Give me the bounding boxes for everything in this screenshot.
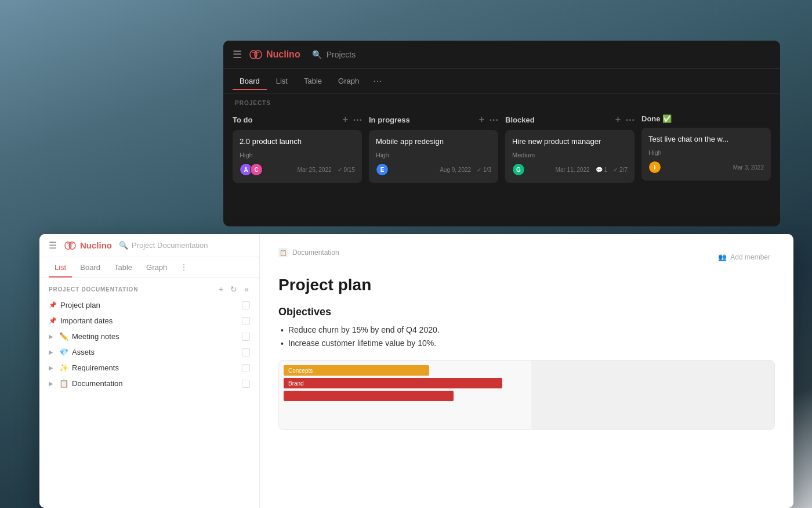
- sidebar-logo: Nuclino: [64, 240, 112, 251]
- top-brain-icon: [249, 49, 263, 60]
- column-done: Done ✅ Test live chat on the w... High I…: [641, 110, 771, 226]
- column-todo-add-icon[interactable]: +: [343, 114, 348, 125]
- top-tabs-more-icon[interactable]: ⋯: [368, 75, 387, 87]
- breadcrumb: 📋 Documentation: [278, 248, 339, 257]
- add-member-button[interactable]: 👥 Add member: [713, 251, 775, 264]
- sidebar-item-important-dates-checkbox[interactable]: [242, 317, 250, 325]
- sidebar-collapse-btn[interactable]: «: [243, 283, 250, 295]
- top-tabs-bar: Board List Table Graph ⋯: [223, 69, 780, 94]
- card-test-live-chat-title: Test live chat on the w...: [648, 135, 764, 143]
- projects-panel: ☰ Nuclino 🔍 Projects Board List Table Gr…: [223, 41, 780, 226]
- card-hire-manager-avatars: G: [512, 163, 523, 176]
- pin-icon-1: 📌: [49, 301, 57, 309]
- tab-list[interactable]: List: [269, 73, 295, 90]
- sidebar-tabs: List Board Table Graph ⋮: [39, 257, 259, 278]
- card-test-live-chat[interactable]: Test live chat on the w... High I Mar 3,…: [641, 128, 771, 181]
- column-done-label: Done ✅: [641, 114, 672, 123]
- chart-bars-section: Concepts Brand: [279, 361, 531, 429]
- sidebar-item-documentation-checkbox[interactable]: [242, 380, 250, 388]
- top-search-bar[interactable]: 🔍 Projects: [312, 50, 356, 59]
- column-inprogress-add-icon[interactable]: +: [479, 114, 484, 125]
- sidebar-item-important-dates-label: Important dates: [60, 316, 113, 325]
- card-product-launch[interactable]: 2.0 product launch High A C Mar 25, 2022…: [233, 130, 362, 183]
- column-blocked-add-icon[interactable]: +: [615, 114, 621, 125]
- meeting-notes-emoji: ✏️: [59, 332, 68, 341]
- column-todo-more-icon[interactable]: ⋯: [353, 114, 362, 125]
- column-inprogress-header: In progress + ⋯: [369, 110, 498, 130]
- card-mobile-app-footer: E Aug 9, 2022 ✓ 1/3: [376, 163, 491, 176]
- expand-icon-3[interactable]: ▶: [49, 365, 53, 371]
- sidebar-hamburger-icon[interactable]: ☰: [49, 240, 57, 251]
- card-mobile-app-priority: High: [376, 152, 491, 158]
- sidebar-item-requirements-label: Requirements: [72, 363, 119, 372]
- sidebar-item-meeting-notes-checkbox[interactable]: [242, 333, 250, 341]
- card-product-launch-priority: High: [240, 152, 355, 158]
- sidebar-search[interactable]: 🔍 Project Documentation: [119, 241, 208, 250]
- sidebar-item-important-dates[interactable]: 📌 Important dates: [39, 313, 259, 329]
- top-nuclino-text: Nuclino: [266, 49, 300, 60]
- sidebar-item-project-plan-label: Project plan: [60, 301, 100, 309]
- column-blocked-label: Blocked: [505, 116, 535, 124]
- sidebar-item-requirements-left: ▶ ✨ Requirements: [49, 363, 119, 372]
- card-mobile-app-title: Mobile app redesign: [376, 137, 491, 146]
- column-inprogress-more-icon[interactable]: ⋯: [489, 114, 498, 125]
- column-blocked-more-icon[interactable]: ⋯: [625, 114, 635, 125]
- sidebar-header: ☰ Nuclino 🔍 Project Documentation: [39, 234, 259, 257]
- card-hire-manager[interactable]: Hire new product manager Medium G Mar 11…: [505, 130, 635, 183]
- card-hire-manager-count: ✓ 2/7: [613, 167, 628, 173]
- sidebar-item-project-plan[interactable]: 📌 Project plan: [39, 297, 259, 313]
- column-blocked-actions: + ⋯: [615, 114, 635, 125]
- card-mobile-app[interactable]: Mobile app redesign High E Aug 9, 2022 ✓…: [369, 130, 498, 183]
- card-test-live-chat-priority: High: [648, 149, 764, 156]
- sidebar-tab-table[interactable]: Table: [108, 257, 138, 278]
- expand-icon-1[interactable]: ▶: [49, 333, 53, 340]
- top-search-text: Projects: [327, 50, 356, 59]
- expand-icon-2[interactable]: ▶: [49, 349, 53, 355]
- sidebar-add-btn[interactable]: +: [217, 283, 224, 295]
- column-todo-title: To do: [233, 116, 252, 124]
- sidebar-item-requirements[interactable]: ▶ ✨ Requirements: [39, 360, 259, 376]
- sidebar-item-meeting-notes[interactable]: ▶ ✏️ Meeting notes: [39, 329, 259, 344]
- pin-icon-2: 📌: [49, 317, 57, 325]
- sidebar-tab-list[interactable]: List: [49, 257, 72, 278]
- sidebar-tabs-more-icon[interactable]: ⋮: [175, 262, 193, 272]
- breadcrumb-text: Documentation: [292, 248, 339, 257]
- card-hire-manager-title: Hire new product manager: [512, 137, 628, 146]
- tab-table[interactable]: Table: [297, 73, 329, 90]
- checkmark-icon-3: ✓: [613, 167, 618, 173]
- add-member-icon: 👥: [718, 253, 727, 261]
- column-blocked-title: Blocked: [505, 116, 535, 124]
- avatar-5: I: [648, 161, 661, 174]
- card-product-launch-title: 2.0 product launch: [240, 137, 355, 146]
- sidebar-item-documentation[interactable]: ▶ 📋 Documentation: [39, 376, 259, 391]
- column-inprogress: In progress + ⋯ Mobile app redesign High…: [369, 110, 498, 226]
- breadcrumb-doc-icon: 📋: [280, 250, 287, 256]
- card-hire-manager-priority: Medium: [512, 152, 628, 158]
- sidebar-item-project-plan-left: 📌 Project plan: [49, 301, 100, 309]
- sidebar-tab-board[interactable]: Board: [74, 257, 106, 278]
- top-search-icon: 🔍: [312, 50, 322, 59]
- top-hamburger-icon[interactable]: ☰: [233, 48, 242, 61]
- projects-section-label: PROJECTS: [223, 94, 780, 110]
- sidebar-item-important-dates-left: 📌 Important dates: [49, 316, 113, 325]
- sidebar-item-project-plan-checkbox[interactable]: [242, 301, 250, 309]
- sidebar-item-assets[interactable]: ▶ 💎 Assets: [39, 344, 259, 360]
- avatar-3: E: [376, 163, 389, 176]
- add-member-label: Add member: [730, 253, 770, 261]
- board-columns: To do + ⋯ 2.0 product launch High A C Ma…: [223, 110, 780, 226]
- card-product-launch-date: Mar 25, 2022: [298, 167, 332, 173]
- tab-graph[interactable]: Graph: [331, 73, 366, 90]
- avatar-2: C: [250, 163, 263, 176]
- column-done-header: Done ✅: [641, 110, 771, 128]
- tab-board[interactable]: Board: [233, 73, 267, 90]
- sidebar-tab-graph[interactable]: Graph: [140, 257, 173, 278]
- sidebar-item-requirements-checkbox[interactable]: [242, 364, 250, 372]
- project-documentation-panel: ☰ Nuclino 🔍 Project Documentation List B…: [39, 234, 793, 508]
- objectives-section-title: Objectives: [278, 306, 775, 318]
- requirements-emoji: ✨: [59, 363, 68, 372]
- checkmark-icon-2: ✓: [477, 167, 481, 173]
- sidebar-item-assets-checkbox[interactable]: [242, 348, 250, 356]
- sidebar-refresh-btn[interactable]: ↻: [229, 283, 238, 295]
- assets-emoji: 💎: [59, 348, 68, 356]
- expand-icon-4[interactable]: ▶: [49, 380, 53, 387]
